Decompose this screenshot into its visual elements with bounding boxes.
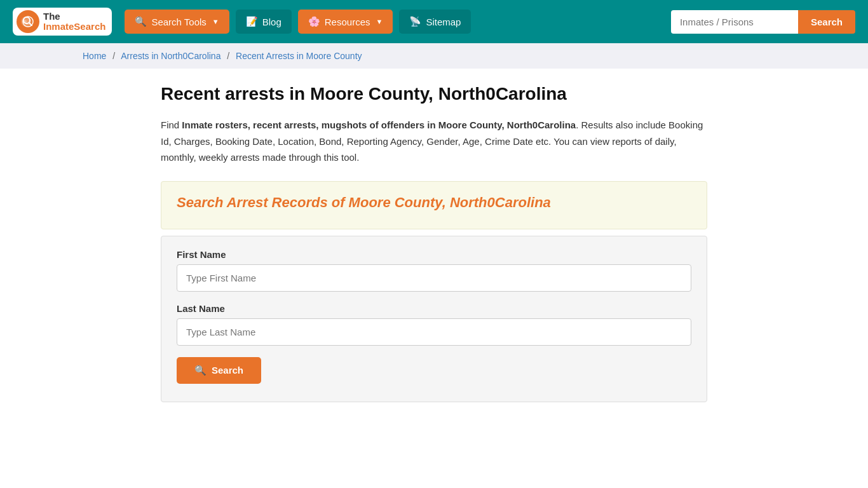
breadcrumb-arrests[interactable]: Arrests in North0Carolina bbox=[121, 51, 220, 61]
blog-icon: 📝 bbox=[246, 16, 258, 27]
first-name-input[interactable] bbox=[177, 264, 691, 292]
blog-button[interactable]: 📝 Blog bbox=[236, 10, 292, 34]
last-name-input[interactable] bbox=[177, 318, 691, 346]
sitemap-icon: 📡 bbox=[409, 16, 421, 27]
breadcrumb-sep-1: / bbox=[112, 51, 115, 61]
search-section-title: Search Arrest Records of Moore County, N… bbox=[177, 194, 691, 211]
breadcrumb-current: Recent Arrests in Moore County bbox=[236, 51, 362, 61]
form-section: First Name Last Name 🔍 Search bbox=[161, 236, 707, 402]
header-search-input[interactable] bbox=[671, 10, 798, 34]
breadcrumb-home[interactable]: Home bbox=[83, 51, 106, 61]
logo-box: The InmateSearch bbox=[13, 8, 112, 36]
search-tools-icon: 🔍 bbox=[135, 16, 147, 27]
last-name-label: Last Name bbox=[177, 303, 691, 314]
main-content: Recent arrests in Moore County, North0Ca… bbox=[148, 84, 720, 428]
breadcrumb-sep-2: / bbox=[227, 51, 229, 61]
search-tools-caret-icon: ▼ bbox=[212, 18, 219, 25]
search-button[interactable]: 🔍 Search bbox=[177, 357, 261, 384]
first-name-group: First Name bbox=[177, 249, 691, 292]
resources-caret-icon: ▼ bbox=[376, 18, 383, 25]
breadcrumb: Home / Arrests in North0Carolina / Recen… bbox=[0, 43, 868, 69]
logo-text: The InmateSearch bbox=[43, 11, 105, 32]
logo-link[interactable]: The InmateSearch bbox=[13, 8, 112, 36]
header-search-bar: Search bbox=[671, 10, 855, 34]
svg-point-3 bbox=[23, 20, 27, 24]
search-button-icon: 🔍 bbox=[194, 365, 207, 376]
search-tools-button[interactable]: 🔍 Search Tools ▼ bbox=[125, 10, 229, 34]
navbar: The InmateSearch 🔍 Search Tools ▼ 📝 Blog… bbox=[0, 0, 868, 43]
sitemap-button[interactable]: 📡 Sitemap bbox=[399, 10, 471, 34]
resources-icon: 🌸 bbox=[308, 16, 320, 27]
page-title: Recent arrests in Moore County, North0Ca… bbox=[161, 84, 707, 104]
last-name-group: Last Name bbox=[177, 303, 691, 346]
description: Find Inmate rosters, recent arrests, mug… bbox=[161, 117, 707, 166]
header-search-button[interactable]: Search bbox=[798, 10, 855, 34]
first-name-label: First Name bbox=[177, 249, 691, 260]
search-records-section: Search Arrest Records of Moore County, N… bbox=[161, 181, 707, 229]
logo-icon bbox=[17, 10, 39, 33]
resources-button[interactable]: 🌸 Resources ▼ bbox=[298, 10, 393, 34]
